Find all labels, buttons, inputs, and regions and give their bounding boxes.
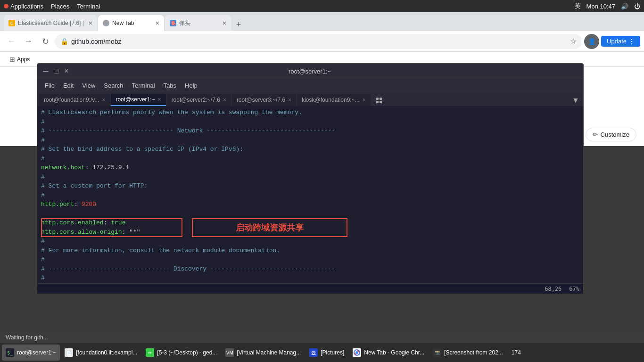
power-icon[interactable]: ⏻ [634, 3, 640, 10]
system-bar-left: Applications Places Terminal [4, 3, 100, 10]
applications-menu[interactable]: Applications [4, 3, 43, 10]
waiting-text: Waiting for gith... [6, 334, 48, 341]
tab-newtab[interactable]: New Tab × [98, 15, 164, 31]
terminal-maximize-button[interactable]: □ [51, 66, 61, 76]
toolbar-right: 👤 Update ⋮ [584, 34, 640, 49]
taskbar-icon-pictures: 🖼 [309, 348, 318, 357]
terminal-menu-file[interactable]: File [41, 81, 58, 90]
volume-icon[interactable]: 🔊 [621, 3, 628, 10]
update-menu-icon: ⋮ [628, 38, 635, 45]
terminal-menu-search[interactable]: Search [100, 81, 127, 90]
tab-bar: E Elasticsearch Guide [7.6] | × New Tab … [0, 12, 644, 31]
terminal-tab-foundation9[interactable]: root@foundation9:/v... × [39, 94, 110, 106]
terminal-tab-close-2[interactable]: × [223, 97, 226, 103]
taskbar-item-screenshot[interactable]: 📸 [Screenshot from 202... [429, 345, 507, 361]
browser: E Elasticsearch Guide [7.6] | × New Tab … [0, 12, 644, 146]
terminal-menu-view[interactable]: View [78, 81, 99, 90]
forward-button[interactable]: → [21, 34, 36, 49]
taskbar-item-ged[interactable]: ✏ [5-3 (~/Desktop) - ged... [142, 345, 221, 361]
profile-button[interactable]: 👤 [584, 34, 599, 49]
term-line-8: # [41, 173, 579, 182]
term-line-1: # Elasticsearch performs poorly when the… [41, 108, 579, 117]
svg-rect-4 [380, 101, 382, 103]
taskbar-label-ged: [5-3 (~/Desktop) - ged... [157, 349, 217, 356]
term-line-16: # [41, 273, 579, 283]
terminal-tab-close-4[interactable]: × [363, 97, 366, 103]
tab-title-elasticsearch: Elasticsearch Guide [7.6] | [18, 20, 84, 26]
terminal-minimize-button[interactable]: ─ [41, 66, 50, 76]
term-line-10: # [41, 191, 579, 200]
tab-favicon-bullet: 🎯 [170, 20, 176, 26]
url-display: github.com/mobz [71, 38, 567, 45]
taskbar: $_ root@server1:~ 📄 [foundation0.ilt.exa… [0, 343, 644, 362]
taskbar-item-174[interactable]: 174 [508, 345, 525, 361]
terminal-tab-close-0[interactable]: × [102, 97, 105, 103]
clock: Mon 10:47 [586, 3, 615, 10]
apps-grid-icon: ⊞ [9, 56, 15, 63]
taskbar-label-screenshot: [Screenshot from 202... [444, 349, 503, 356]
taskbar-icon-foundation: 📄 [65, 348, 73, 357]
browser-toolbar: ← → ↻ 🔒 github.com/mobz ☆ 👤 Update ⋮ [0, 31, 644, 52]
terminal-menu-tabs[interactable]: Tabs [160, 81, 180, 90]
terminal-content[interactable]: # Elasticsearch performs poorly when the… [37, 106, 583, 283]
reload-button[interactable]: ↻ [38, 34, 53, 49]
back-button[interactable]: ← [4, 34, 19, 49]
taskbar-icon-terminal: $_ [6, 348, 14, 357]
places-menu[interactable]: Places [51, 3, 69, 10]
tab-close-elasticsearch[interactable]: × [89, 19, 92, 27]
terminal-tab-menu-button[interactable]: ▼ [570, 95, 581, 106]
terminal-tab-add-button[interactable] [373, 95, 385, 106]
term-line-15: # --------------------------------- Disc… [41, 264, 579, 274]
terminal-tabs: root@foundation9:/v... × root@server1:~ … [37, 92, 583, 106]
applications-label[interactable]: Applications [10, 3, 43, 10]
tab-elasticsearch[interactable]: E Elasticsearch Guide [7.6] | × [4, 15, 97, 31]
tab-close-bullet[interactable]: × [223, 19, 226, 27]
terminal-tab-close-3[interactable]: × [288, 97, 291, 103]
svg-rect-1 [376, 98, 379, 100]
tab-bullet[interactable]: 🎯 弹头 × [165, 15, 231, 31]
term-line-cors-origin: http.cors.allow-origin: "*" [41, 228, 579, 237]
taskbar-item-foundation[interactable]: 📄 [foundation0.ilt.exampl... [61, 345, 141, 361]
update-label: Update [607, 38, 627, 45]
tab-close-newtab[interactable]: × [156, 19, 159, 27]
terminal-tab-server3[interactable]: root@server3:~/7.6 × [232, 94, 296, 106]
taskbar-icon-ged: ✏ [146, 348, 154, 357]
terminal-window-buttons: ─ □ × [41, 66, 71, 76]
new-tab-button[interactable]: + [232, 18, 245, 31]
taskbar-item-terminal[interactable]: $_ root@server1:~ [2, 345, 60, 361]
address-bar[interactable]: 🔒 github.com/mobz ☆ [55, 34, 582, 49]
bookmark-star-icon[interactable]: ☆ [570, 37, 577, 46]
terminal-tab-server1[interactable]: root@server1:~ × [111, 94, 165, 106]
terminal-title: root@server1:~ [71, 68, 548, 75]
cors-section: http.cors.enabled: true http.cors.allow-… [41, 218, 579, 237]
update-button[interactable]: Update ⋮ [601, 36, 640, 47]
terminal-menu-terminal[interactable]: Terminal [128, 81, 159, 90]
terminal-tab-server2[interactable]: root@server2:~/7.6 × [167, 94, 231, 106]
terminal-window: ─ □ × root@server1:~ File Edit View Sear… [37, 63, 584, 294]
term-line-17: # Pass an initial list of hosts to perfo… [41, 283, 579, 284]
terminal-menu-edit[interactable]: Edit [59, 81, 77, 90]
taskbar-label-pictures: [Pictures] [321, 349, 344, 356]
terminal-position: 68,26 [545, 286, 561, 292]
term-line-5: # Set the bind address to a specific IP … [41, 145, 579, 154]
svg-rect-2 [380, 98, 382, 100]
customize-button[interactable]: ✏ Customize [586, 128, 636, 141]
term-line-3: # ---------------------------------- Net… [41, 126, 579, 136]
pencil-icon: ✏ [593, 131, 598, 138]
taskbar-item-chrome[interactable]: New Tab - Google Chr... [349, 345, 428, 361]
taskbar-item-vm[interactable]: VM [Virtual Machine Manag... [222, 345, 305, 361]
taskbar-item-pictures[interactable]: 🖼 [Pictures] [305, 345, 348, 361]
terminal-tab-label-2: root@server2:~/7.6 [172, 97, 220, 103]
taskbar-label-174: 174 [512, 349, 521, 356]
lock-icon: 🔒 [60, 38, 68, 45]
taskbar-label-terminal: root@server1:~ [17, 349, 56, 356]
terminal-close-button[interactable]: × [62, 66, 71, 76]
terminal-menu-help[interactable]: Help [181, 81, 201, 90]
terminal-menu[interactable]: Terminal [77, 3, 100, 10]
tab-title-newtab: New Tab [112, 20, 151, 26]
apps-bookmark[interactable]: ⊞ Apps [6, 55, 33, 64]
terminal-tab-kiosk[interactable]: kiosk@foundation9:~... × [297, 94, 371, 106]
terminal-tab-close-1[interactable]: × [158, 96, 161, 103]
language-indicator[interactable]: 英 [575, 2, 581, 10]
terminal-zoom: 67% [569, 286, 579, 292]
